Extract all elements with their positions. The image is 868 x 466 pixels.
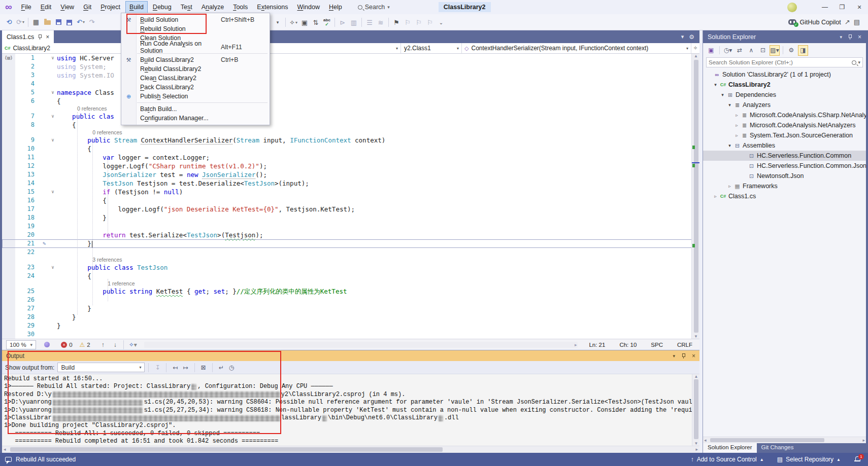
timestamp-icon[interactable]: ◷ (229, 364, 234, 371)
line-number[interactable]: 7 (15, 112, 40, 121)
menu-item-rebuild-classlibrary2[interactable]: Rebuild ClassLibrary2 (121, 64, 270, 74)
scrollbar-thumb[interactable] (694, 379, 698, 439)
menu-item-clean-classlibrary2[interactable]: Clean ClassLibrary2 (121, 74, 270, 83)
scroll-down-icon[interactable]: ▼ (692, 334, 699, 339)
share-icon[interactable]: ↗ (845, 18, 850, 26)
glyph-margin[interactable] (2, 153, 15, 162)
show-all-files-icon[interactable]: ▨▾ (770, 45, 780, 56)
glyph-margin[interactable] (2, 88, 15, 97)
glyph-margin[interactable] (2, 145, 15, 153)
output-title-bar[interactable]: Output ▾ × (2, 350, 699, 361)
menu-debug[interactable]: Debug (149, 1, 176, 13)
scrollbar-thumb[interactable] (710, 438, 824, 442)
codelens-references[interactable]: 0 references (2, 129, 699, 136)
code-line[interactable]: 21✎ } (2, 239, 699, 248)
line-number[interactable]: 20 (15, 231, 40, 239)
open-file-icon[interactable] (42, 16, 52, 28)
document-list-icon[interactable]: ▾ (681, 33, 684, 40)
codelens-references[interactable]: 0 references (2, 105, 699, 112)
line-number[interactable]: 25 (15, 287, 40, 296)
zoom-selector[interactable]: 100 % ▾ (6, 340, 36, 349)
line-number[interactable]: 18 (15, 213, 40, 222)
tree-item-classlibrary2[interactable]: ▾C#ClassLibrary2 (703, 80, 866, 90)
code-line[interactable]: 18 } (2, 213, 699, 222)
window-position-icon[interactable]: ▾ (840, 34, 842, 40)
line-number[interactable]: 21 (15, 239, 40, 248)
line-number[interactable]: 10 (15, 145, 40, 153)
line-number[interactable]: 15 (15, 188, 40, 196)
code-line[interactable]: 8 { (2, 121, 699, 129)
encoding-indicator[interactable]: SPC (651, 342, 663, 348)
redo-icon[interactable]: ↷ (87, 16, 97, 28)
previous-message-icon[interactable]: ↤ (173, 364, 178, 371)
output-source-dropdown[interactable]: Build ▾ (57, 363, 145, 372)
save-all-icon[interactable] (64, 16, 75, 28)
glyph-margin[interactable] (2, 179, 15, 188)
codelens-references[interactable]: 1 reference (2, 280, 699, 287)
line-number[interactable]: 8 (15, 121, 40, 129)
line-number[interactable]: 5 (15, 88, 40, 97)
glyph-margin[interactable] (2, 71, 15, 80)
code-line[interactable]: 10 { (2, 145, 699, 153)
glyph-margin[interactable] (2, 321, 15, 330)
navigate-forward-icon[interactable]: ⟳▾ (15, 16, 25, 28)
menu-item-rebuild-solution[interactable]: Rebuild Solution (121, 24, 270, 33)
code-line[interactable]: 20 return test.Serialize<TestJson>(Testj… (2, 231, 699, 239)
profiler-icon[interactable]: ▥ (349, 16, 359, 28)
fold-expanded-icon[interactable]: ∨ (49, 263, 57, 272)
line-number[interactable]: 16 (15, 196, 40, 205)
codelens-references[interactable]: 3 references (2, 257, 699, 263)
pending-changes-filter-icon[interactable]: ◷▾ (723, 45, 733, 56)
auto-hide-pin-icon[interactable] (681, 353, 686, 359)
menu-item-build-solution[interactable]: ⚒Build SolutionCtrl+Shift+B (121, 15, 270, 24)
code-line[interactable]: 3using System.IO (2, 71, 699, 80)
solution-search-input[interactable] (709, 59, 852, 65)
collapse-all-icon[interactable]: ∧ (746, 45, 756, 56)
code-line[interactable]: 25 public string KetTest { get; set; }//… (2, 287, 699, 296)
solution-search-box[interactable]: ▾ (706, 57, 863, 67)
toggle-bookmark-icon[interactable]: ⚑ (391, 16, 402, 28)
menu-help[interactable]: Help (325, 1, 346, 13)
tab-git-changes[interactable]: Git Changes (757, 443, 798, 453)
line-number[interactable]: 29 (15, 321, 40, 330)
line-number[interactable]: 23 (15, 263, 40, 272)
line-number[interactable]: 27 (15, 304, 40, 313)
glyph-margin[interactable] (2, 248, 15, 257)
menu-edit[interactable]: Edit (37, 1, 56, 13)
tree-item-hc-serverless-function-common-jsonserializ[interactable]: ⊡HC.Serverless.Function.Common.JsonSeria… (703, 161, 866, 171)
tab-class1-cs[interactable]: Class1.cs × (2, 30, 54, 43)
tree-item-newtonsoft-json[interactable]: ⊡Newtonsoft.Json (703, 171, 866, 181)
save-icon[interactable] (53, 16, 63, 28)
menu-test[interactable]: Test (177, 1, 196, 13)
editor-options-icon[interactable]: ⚙ (689, 33, 694, 41)
output-log[interactable]: Rebuild started at 16:50...1>—————— Rebu… (2, 374, 699, 446)
fold-expanded-icon[interactable]: ∨ (49, 188, 57, 196)
scroll-up-icon[interactable]: ▲ (692, 54, 699, 58)
line-number[interactable]: 1 (15, 54, 40, 62)
line-number[interactable]: 3 (15, 71, 40, 80)
code-line[interactable]: 22 (2, 248, 699, 257)
glyph-margin[interactable] (2, 304, 15, 313)
project-settings-icon[interactable]: ⚙ (786, 45, 796, 56)
next-issue-icon[interactable]: ↓ (114, 341, 117, 348)
collapse-arrow-icon[interactable]: ▹ (733, 113, 740, 118)
glyph-margin[interactable] (2, 313, 15, 321)
properties-icon[interactable]: ⊡ (758, 45, 768, 56)
indent-lines-icon[interactable]: ☰ (364, 16, 375, 28)
glyph-margin[interactable] (2, 170, 15, 179)
menu-item-publish-selection[interactable]: ⊕Publish Selection (121, 92, 270, 101)
navigate-cursor-icon[interactable]: ⊳ (338, 16, 348, 28)
toolbar-overflow-icon[interactable]: ⌄ (436, 16, 446, 28)
tree-item-analyzers[interactable]: ▾≣Analyzers (703, 100, 866, 110)
tree-item-dependencies[interactable]: ▾⊞Dependencies (703, 90, 866, 100)
next-bookmark-icon[interactable]: ⚐ (414, 16, 424, 28)
next-message-icon[interactable]: ↦ (183, 364, 188, 371)
clear-all-icon[interactable]: ⊠ (201, 364, 206, 371)
scroll-left-icon[interactable]: ◂ (704, 438, 707, 443)
code-line[interactable]: 6{ (2, 97, 699, 105)
glyph-margin[interactable] (2, 188, 15, 196)
new-project-icon[interactable]: ▦ (31, 16, 41, 28)
code-line[interactable]: 27 } (2, 304, 699, 313)
glyph-margin[interactable] (2, 213, 15, 222)
collapse-arrow-icon[interactable]: ▹ (733, 133, 740, 138)
